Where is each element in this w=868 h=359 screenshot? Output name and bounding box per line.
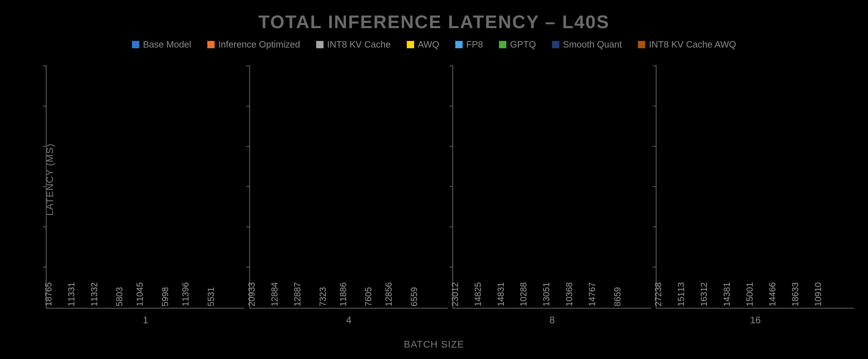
legend-swatch <box>132 41 139 48</box>
bar-value-label: 6559 <box>409 287 419 306</box>
bar-value-label: 14466 <box>768 282 778 306</box>
chart-panel: 20933128841288773231188676051285665594 <box>249 66 448 309</box>
legend-label: INT8 KV Cache <box>327 39 391 50</box>
y-tick <box>450 226 453 227</box>
y-tick <box>246 186 250 187</box>
bar-value-label: 11396 <box>181 282 191 306</box>
bar-value-label: 23012 <box>450 282 460 306</box>
y-tick <box>246 267 250 267</box>
bar-value-label: 12856 <box>384 282 394 306</box>
y-tick <box>653 146 657 147</box>
legend-label: Base Model <box>143 39 191 50</box>
y-tick <box>43 267 47 267</box>
y-tick <box>450 146 453 147</box>
bar-value-label: 7323 <box>318 287 328 306</box>
legend-label: Smooth Quant <box>563 39 622 50</box>
bar-value-label: 14825 <box>473 282 483 306</box>
chart-panel: 2301214825148311028813051103681476786598 <box>452 66 651 309</box>
legend-swatch <box>638 41 645 48</box>
legend-swatch <box>499 41 506 48</box>
legend-item: Base Model <box>132 39 191 50</box>
y-tick <box>246 146 250 147</box>
bar-value-label: 7605 <box>364 287 373 306</box>
bar-value-label: 8659 <box>613 287 622 306</box>
category-label: 8 <box>453 308 651 326</box>
bar-value-label: 27238 <box>654 282 663 306</box>
chart-panel: 18765113311133258031104559981139655311 <box>46 66 245 309</box>
y-tick <box>43 106 47 106</box>
legend-item: INT8 KV Cache <box>316 39 391 50</box>
legend-item: Inference Optimized <box>207 39 300 50</box>
legend-label: INT8 KV Cache AWQ <box>649 39 736 50</box>
y-tick <box>653 267 657 267</box>
y-tick <box>450 65 453 66</box>
bar-value-label: 15001 <box>745 282 755 306</box>
chart-panel: 2723815113163121438115001144661863310910… <box>656 66 855 309</box>
bar-value-label: 11045 <box>135 282 145 306</box>
bar-value-label: 5998 <box>160 287 170 306</box>
bar-value-label: 14831 <box>496 282 506 306</box>
y-tick <box>43 65 47 66</box>
bar-value-label: 16312 <box>699 282 709 306</box>
y-tick <box>653 65 657 66</box>
bar-value-label: 12887 <box>292 282 303 306</box>
category-label: 1 <box>47 308 245 326</box>
legend-item: GPTQ <box>499 39 536 50</box>
bar-value-label: 13051 <box>541 282 551 306</box>
legend-label: FP8 <box>466 39 483 50</box>
legend-swatch <box>455 41 463 48</box>
bar-value-label: 14767 <box>587 282 597 306</box>
x-axis-title: BATCH SIZE <box>0 339 868 350</box>
y-tick <box>653 186 657 187</box>
bar-value-label: 10910 <box>813 282 823 306</box>
y-tick <box>43 146 47 147</box>
y-tick <box>653 106 657 106</box>
category-label: 16 <box>657 308 855 326</box>
legend-swatch <box>207 41 215 48</box>
y-tick <box>653 226 657 227</box>
plot-area: 1876511331113325803110455998113965531120… <box>46 66 854 309</box>
bar-value-label: 14381 <box>722 282 732 306</box>
category-label: 4 <box>250 308 448 326</box>
y-tick <box>43 226 47 227</box>
legend-swatch <box>552 41 559 48</box>
legend-item: AWQ <box>407 39 439 50</box>
bar-value-label: 11332 <box>89 282 99 306</box>
y-tick <box>450 106 453 106</box>
legend-label: Inference Optimized <box>218 39 300 50</box>
y-tick <box>246 65 250 66</box>
y-tick <box>246 226 250 227</box>
chart-legend: Base ModelInference OptimizedINT8 KV Cac… <box>14 39 854 50</box>
bar-value-label: 18765 <box>44 282 54 306</box>
chart-container: TOTAL INFERENCE LATENCY – L40S Base Mode… <box>0 0 868 359</box>
bar-value-label: 15113 <box>676 282 686 306</box>
bar-value-label: 10288 <box>519 282 528 306</box>
bar-value-label: 18633 <box>790 282 800 306</box>
bar-value-label: 11886 <box>338 282 348 306</box>
bar-value-label: 10368 <box>564 282 574 306</box>
legend-label: AWQ <box>418 39 439 50</box>
chart-title: TOTAL INFERENCE LATENCY – L40S <box>14 11 854 32</box>
legend-item: INT8 KV Cache AWQ <box>638 39 736 50</box>
bar-value-label: 11331 <box>67 282 76 306</box>
bar-value-label: 5803 <box>115 287 124 306</box>
y-tick <box>246 106 250 106</box>
bar-value-label: 5531 <box>206 287 216 306</box>
legend-swatch <box>407 41 414 48</box>
chart-panels: 1876511331113325803110455998113965531120… <box>46 66 854 309</box>
legend-item: FP8 <box>455 39 483 50</box>
bar-value-label: 20933 <box>247 282 257 306</box>
legend-item: Smooth Quant <box>552 39 622 50</box>
bar-value-label: 12884 <box>270 282 280 306</box>
legend-label: GPTQ <box>510 39 536 50</box>
y-tick <box>43 186 47 187</box>
y-tick <box>450 267 453 267</box>
y-tick <box>450 186 453 187</box>
legend-swatch <box>316 41 323 48</box>
